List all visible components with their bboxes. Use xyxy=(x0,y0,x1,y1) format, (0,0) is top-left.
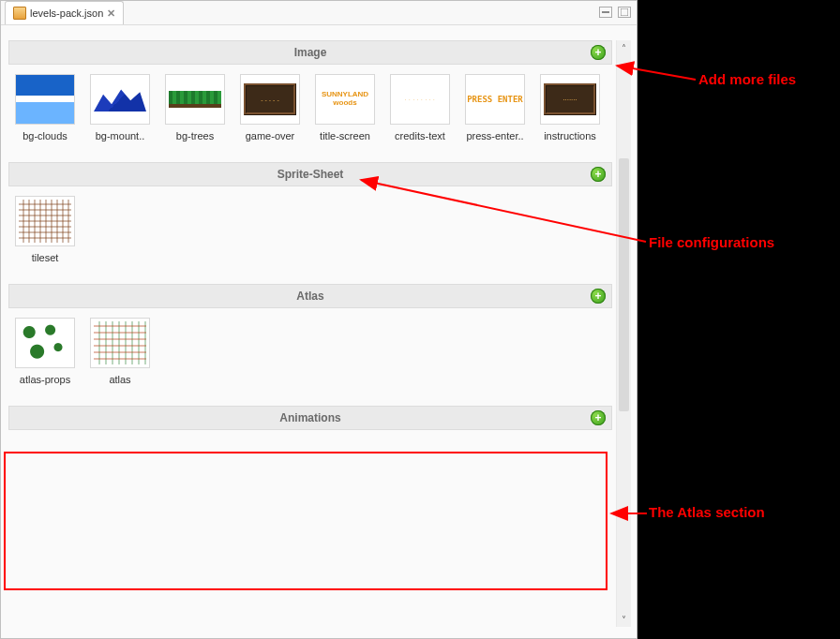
list-item[interactable]: bg-clouds xyxy=(12,74,78,141)
thumbnail xyxy=(15,196,75,246)
press-enter-thumb: PRESS ENTER xyxy=(467,95,523,104)
add-button-spritesheet[interactable]: + xyxy=(591,167,606,182)
window-controls xyxy=(599,7,631,18)
section-title: Animations xyxy=(279,411,340,424)
add-button-image[interactable]: + xyxy=(591,45,606,60)
minimize-button[interactable] xyxy=(599,7,612,18)
section-title: Atlas xyxy=(296,290,323,303)
item-label: credits-text xyxy=(387,130,453,141)
section-title: Image xyxy=(294,46,327,59)
item-label: bg-clouds xyxy=(12,130,78,141)
content-area: Image + bg-clouds bg-mount.. bg-trees xyxy=(1,25,637,638)
scrollbar[interactable]: ˄ ˅ xyxy=(616,40,631,627)
item-label: title-screen xyxy=(312,130,378,141)
thumbnail xyxy=(90,318,150,368)
tab-filename: levels-pack.json xyxy=(30,7,103,19)
item-label: bg-mount.. xyxy=(87,130,153,141)
thumbnail: SUNNYLAND woods xyxy=(315,74,375,125)
thumbnail: · · · · · · · · xyxy=(390,74,450,125)
add-button-animations[interactable]: + xyxy=(591,410,606,425)
list-item[interactable]: atlas xyxy=(87,318,153,385)
close-icon[interactable]: ✕ xyxy=(107,7,115,20)
thumbnail xyxy=(540,74,600,125)
file-tab[interactable]: levels-pack.json ✕ xyxy=(5,1,124,24)
item-label: tileset xyxy=(12,252,78,263)
section-header-spritesheet[interactable]: Sprite-Sheet + xyxy=(8,162,612,186)
section-header-atlas[interactable]: Atlas + xyxy=(8,284,612,308)
scroll-up-icon[interactable]: ˄ xyxy=(617,40,631,55)
list-item[interactable]: bg-trees xyxy=(162,74,228,141)
svg-rect-0 xyxy=(602,11,609,13)
list-item[interactable]: SUNNYLAND woods title-screen xyxy=(312,74,378,141)
list-item[interactable]: PRESS ENTER press-enter.. xyxy=(462,74,528,141)
svg-rect-1 xyxy=(621,8,628,16)
editor-panel: levels-pack.json ✕ Image + bg-clouds bg xyxy=(0,0,638,639)
item-label: press-enter.. xyxy=(462,130,528,141)
item-label: game-over xyxy=(237,130,303,141)
annotation-add-files: Add more files xyxy=(698,71,796,87)
tab-bar: levels-pack.json ✕ xyxy=(1,1,637,25)
add-button-atlas[interactable]: + xyxy=(591,289,606,304)
thumbnail xyxy=(15,318,75,368)
file-icon xyxy=(13,7,26,20)
scroll-thumb[interactable] xyxy=(619,158,629,411)
image-items-grid: bg-clouds bg-mount.. bg-trees game-over … xyxy=(8,65,612,153)
scroll-host: Image + bg-clouds bg-mount.. bg-trees xyxy=(8,40,612,627)
list-item[interactable]: · · · · · · · · credits-text xyxy=(387,74,453,141)
item-label: bg-trees xyxy=(162,130,228,141)
item-label: atlas-props xyxy=(12,374,78,385)
item-label: atlas xyxy=(87,374,153,385)
thumbnail xyxy=(165,74,225,125)
list-item[interactable]: instructions xyxy=(537,74,603,141)
item-label: instructions xyxy=(537,130,603,141)
annotation-atlas: The Atlas section xyxy=(649,504,765,520)
thumbnail xyxy=(15,74,75,125)
title-screen-text: SUNNYLAND woods xyxy=(316,91,374,108)
section-header-image[interactable]: Image + xyxy=(8,40,612,65)
section-header-animations[interactable]: Animations + xyxy=(8,406,612,430)
thumbnail xyxy=(240,74,300,125)
maximize-button[interactable] xyxy=(618,7,631,18)
thumbnail xyxy=(90,74,150,125)
scroll-down-icon[interactable]: ˅ xyxy=(617,612,631,627)
spritesheet-items-grid: tileset xyxy=(8,186,612,275)
list-item[interactable]: atlas-props xyxy=(12,318,78,385)
section-title: Sprite-Sheet xyxy=(278,168,344,181)
credits-text-thumb: · · · · · · · · xyxy=(405,97,436,102)
list-item[interactable]: bg-mount.. xyxy=(87,74,153,141)
annotation-file-configs: File configurations xyxy=(649,234,774,250)
list-item[interactable]: game-over xyxy=(237,74,303,141)
atlas-items-grid: atlas-props atlas xyxy=(8,308,612,396)
thumbnail: PRESS ENTER xyxy=(465,74,525,125)
list-item[interactable]: tileset xyxy=(12,196,78,263)
